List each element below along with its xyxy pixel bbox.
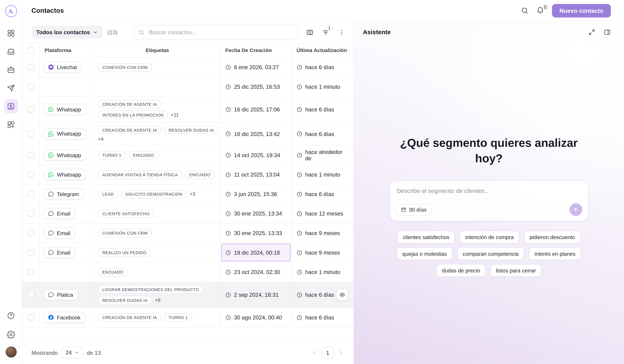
table-row[interactable]: WhatsappTURNO 1ENOJADO14 oct 2025, 19:34…	[22, 146, 353, 165]
row-checkbox[interactable]	[28, 152, 34, 158]
tag-pill[interactable]: RESOLVER DUDAS IA	[164, 126, 218, 134]
header-tags[interactable]: Etiquetas	[94, 43, 221, 57]
row-checkbox[interactable]	[28, 230, 34, 236]
app-logo[interactable]	[5, 5, 17, 17]
suggestion-chip[interactable]: quejas o molestias	[397, 247, 452, 260]
more-options-button[interactable]	[338, 28, 345, 36]
platform-badge[interactable]: Email	[44, 227, 75, 239]
row-checkbox[interactable]	[28, 191, 34, 197]
table-row[interactable]: EmailCLIENTE SATISFECHO30 ene 2025, 13:3…	[22, 204, 353, 223]
sidebar-item-inbox[interactable]	[4, 44, 18, 58]
sidebar-item-contacts[interactable]	[4, 99, 18, 113]
suggestion-chip[interactable]: clientes satisfechos	[397, 231, 455, 243]
row-checkbox[interactable]	[28, 131, 34, 137]
tag-pill[interactable]: ENOJADO	[185, 170, 215, 179]
select-all-checkbox[interactable]	[28, 47, 34, 54]
table-row[interactable]: TelegramLEADSOLICITO DEMOSTRACIÓN+33 jun…	[22, 185, 353, 204]
next-page-button[interactable]	[338, 349, 344, 356]
tag-pill[interactable]: CREACIÓN DE AGENTE IA	[98, 126, 161, 134]
row-checkbox[interactable]	[28, 269, 34, 275]
platform-badge[interactable]: Whatsapp	[44, 128, 86, 139]
collapse-panel-button[interactable]	[604, 29, 611, 36]
contacts-search-input[interactable]	[148, 29, 293, 36]
tag-pill[interactable]: CONEXIÓN CON CRM	[98, 229, 152, 237]
platform-badge[interactable]: Livechat	[44, 62, 82, 73]
platform-badge[interactable]: Email	[44, 247, 75, 258]
more-tags[interactable]: +11	[171, 112, 179, 118]
contacts-search[interactable]	[133, 25, 298, 39]
tag-pill[interactable]: LEAD	[98, 190, 118, 198]
row-checkbox[interactable]	[28, 249, 34, 256]
row-checkbox[interactable]	[28, 314, 34, 321]
header-created[interactable]: Fecha De Creación	[221, 43, 292, 57]
sidebar-item-campaigns[interactable]	[4, 81, 18, 95]
tag-pill[interactable]: AGENDAR VISITAS A TIENDA FÍSICA	[98, 170, 182, 179]
tag-pill[interactable]: TURNO 1	[164, 313, 192, 322]
prev-page-button[interactable]	[311, 349, 318, 356]
header-updated[interactable]: Última Actualización	[292, 43, 353, 57]
table-row[interactable]: WhatsappCREACIÓN DE AGENTE IARESOLVER DU…	[22, 122, 353, 146]
tag-pill[interactable]: SOLICITO DEMOSTRACIÓN	[121, 190, 187, 198]
suggestion-chip[interactable]: pidieron descuento	[524, 231, 581, 243]
global-search-button[interactable]	[521, 7, 528, 14]
header-platform[interactable]: Plataforma	[40, 43, 94, 57]
platform-badge[interactable]: Whatsapp	[44, 169, 86, 180]
tag-pill[interactable]: CREACIÓN DE AGENTE IA	[98, 313, 161, 322]
platform-badge[interactable]: Facebook	[44, 312, 85, 323]
platform-badge[interactable]: Whatsapp	[44, 149, 86, 161]
row-checkbox[interactable]	[28, 106, 34, 113]
suggestion-chip[interactable]: comparan competencia	[457, 247, 524, 260]
row-checkbox[interactable]	[28, 83, 34, 90]
sidebar-item-dashboard[interactable]	[4, 26, 18, 40]
table-row[interactable]: FacebookCREACIÓN DE AGENTE IATURNO 130 a…	[22, 308, 353, 327]
more-tags[interactable]: +3	[190, 191, 195, 197]
preview-button[interactable]	[336, 289, 348, 301]
row-checkbox[interactable]	[28, 171, 34, 178]
sidebar-item-work[interactable]	[4, 62, 18, 77]
row-checkbox[interactable]	[28, 64, 34, 71]
table-row[interactable]: WhatsappAGENDAR VISITAS A TIENDA FÍSICAE…	[22, 165, 353, 185]
tag-pill[interactable]: LOGRAR DEMOSTRACIONES DEL PRODUCTO	[98, 285, 203, 293]
tag-pill[interactable]: ENOJADO	[98, 268, 128, 276]
tag-pill[interactable]: CREACIÓN DE AGENTE IA	[98, 100, 161, 108]
help-button[interactable]	[4, 308, 18, 323]
platform-badge[interactable]: Telegram	[44, 189, 84, 199]
more-tags[interactable]: +6	[155, 297, 160, 303]
table-row[interactable]: LivechatCONEXIÓN CON CRM6 ene 2026, 03:2…	[22, 58, 353, 77]
segment-dropdown[interactable]: Todos los contactos	[31, 26, 103, 39]
columns-button[interactable]	[306, 28, 314, 36]
row-checkbox[interactable]	[28, 291, 34, 298]
assistant-prompt-card[interactable]: 30 días	[390, 181, 588, 221]
suggestion-chip[interactable]: interés en planes	[529, 247, 581, 260]
filter-button[interactable]: 1	[322, 28, 330, 36]
settings-button[interactable]	[4, 327, 18, 342]
table-row[interactable]: ENOJADO23 oct 2024, 02:30hace 1 minuto	[22, 263, 353, 282]
tag-pill[interactable]: CONEXIÓN CON CRM	[98, 63, 152, 72]
notifications-button[interactable]: 5	[536, 7, 544, 14]
platform-badge[interactable]: Whatsapp	[44, 104, 86, 115]
new-contact-button[interactable]: Nuevo contacto	[552, 4, 611, 17]
expand-panel-button[interactable]	[588, 29, 595, 36]
submit-prompt-button[interactable]	[569, 203, 582, 216]
period-selector[interactable]: 30 días	[396, 204, 431, 216]
tag-pill[interactable]: RESOLVER DUDAS IA	[98, 296, 152, 304]
platform-badge[interactable]: Email	[44, 208, 75, 219]
platform-badge[interactable]: Platica	[44, 289, 78, 300]
table-row[interactable]: PlaticaLOGRAR DEMOSTRACIONES DEL PRODUCT…	[22, 282, 353, 308]
tag-pill[interactable]: REALIZO UN PEDIDO	[98, 248, 151, 257]
table-row[interactable]: EmailREALIZO UN PEDIDO19 dic 2024, 00:18…	[22, 243, 353, 263]
table-row[interactable]: EmailCONEXIÓN CON CRM30 ene 2025, 13:33h…	[22, 223, 353, 243]
table-row[interactable]: 25 dic 2025, 16:53hace 1 minuto	[22, 77, 353, 97]
more-tags[interactable]: +4	[98, 136, 104, 142]
tag-pill[interactable]: CLIENTE SATISFECHO	[98, 209, 154, 218]
tag-pill[interactable]: ENOJADO	[129, 151, 158, 159]
suggestion-chip[interactable]: dudas de precio	[436, 264, 486, 277]
sidebar-item-integrations[interactable]	[4, 117, 18, 132]
row-checkbox[interactable]	[28, 210, 34, 217]
tag-pill[interactable]: INTERES EN LA PROMOCION	[98, 111, 168, 119]
user-avatar[interactable]	[5, 346, 16, 358]
suggestion-chip[interactable]: listos para cerrar	[490, 264, 542, 277]
table-row[interactable]: WhatsappCREACIÓN DE AGENTE IAINTERES EN …	[22, 97, 353, 122]
segment-description-input[interactable]	[396, 187, 582, 195]
page-size-select[interactable]: 24	[62, 347, 83, 358]
